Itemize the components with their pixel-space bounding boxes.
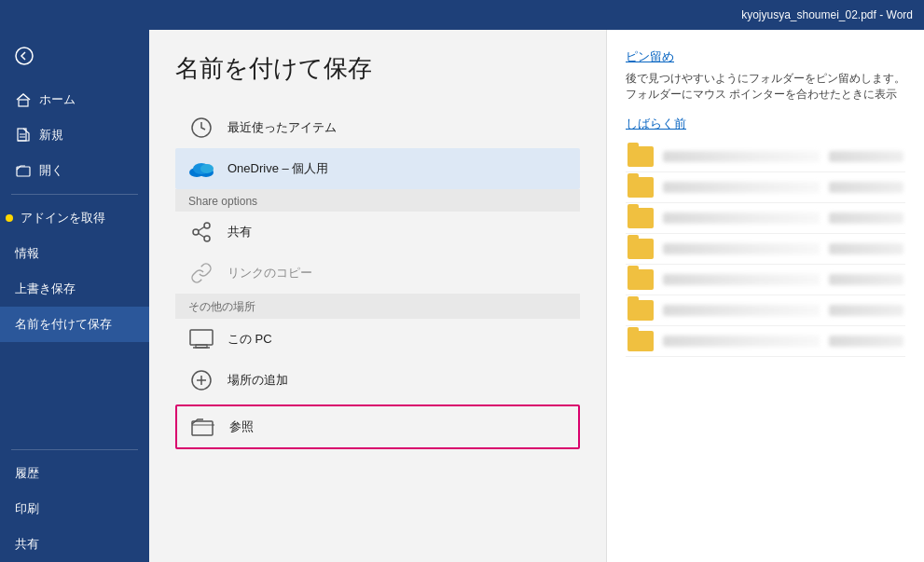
browse-icon <box>190 416 216 438</box>
folder-icon <box>627 331 654 351</box>
sidebar-item-new[interactable]: 新規 <box>0 117 149 153</box>
sidebar-item-new-label: 新規 <box>39 127 63 144</box>
share-icon <box>188 221 214 243</box>
sidebar-item-info-label: 情報 <box>15 245 39 262</box>
svg-point-11 <box>204 223 210 228</box>
folder-row[interactable] <box>626 295 905 326</box>
sidebar-divider <box>11 194 138 195</box>
folder-name <box>663 274 820 285</box>
folder-row[interactable] <box>626 172 905 203</box>
sidebar-item-save-as[interactable]: 名前を付けて保存 <box>0 307 149 342</box>
sidebar-item-home[interactable]: ホーム <box>0 82 149 117</box>
sidebar-item-overwrite[interactable]: 上書き保存 <box>0 271 149 307</box>
sidebar-item-history[interactable]: 履歴 <box>0 456 149 491</box>
svg-rect-22 <box>192 421 213 435</box>
sidebar-item-open[interactable]: 開く <box>0 153 149 188</box>
folder-date <box>829 274 903 285</box>
sidebar-nav: ホーム 新規 <box>0 82 149 342</box>
folder-row[interactable] <box>626 326 905 357</box>
location-add-label: 場所の追加 <box>228 372 288 389</box>
location-recent[interactable]: 最近使ったアイテム <box>175 107 580 148</box>
sidebar-divider-2 <box>11 449 138 450</box>
folder-date <box>829 243 903 254</box>
folder-icon <box>627 269 654 290</box>
folder-icon <box>627 146 654 167</box>
location-add[interactable]: 場所の追加 <box>175 360 580 401</box>
folder-name <box>663 212 820 224</box>
location-share-label: 共有 <box>228 224 252 240</box>
sidebar-item-print-label: 印刷 <box>15 500 39 517</box>
title-bar: kyojyusya_shoumei_02.pdf - Word <box>0 0 924 30</box>
sidebar-item-open-label: 開く <box>39 162 63 179</box>
title-bar-text: kyojyusya_shoumei_02.pdf - Word <box>741 8 913 21</box>
folder-name <box>663 151 820 162</box>
folder-name <box>663 243 820 254</box>
location-copy-link[interactable]: リンクのコピー <box>175 253 580 294</box>
section-other-locations: その他の場所 <box>175 294 580 319</box>
location-share[interactable]: 共有 <box>175 212 580 253</box>
svg-point-12 <box>193 229 199 235</box>
location-browse[interactable]: 参照 <box>175 404 580 449</box>
svg-point-10 <box>200 164 214 173</box>
pin-title[interactable]: ピン留め <box>626 48 905 65</box>
sidebar-item-overwrite-label: 上書き保存 <box>15 281 76 297</box>
folder-date <box>829 305 903 316</box>
pin-desc: 後で見つけやすいようにフォルダーをピン留めします。フォルダーにマウス ポインター… <box>626 71 905 103</box>
folder-name <box>663 182 820 193</box>
folder-row[interactable] <box>626 234 905 265</box>
sidebar-item-addin-label: アドインを取得 <box>21 210 105 226</box>
folder-icon <box>627 300 654 321</box>
app-body: ホーム 新規 <box>0 30 924 562</box>
right-panel: ピン留め 後で見つけやすいようにフォルダーをピン留めします。フォルダーにマウス … <box>606 30 924 562</box>
pc-icon <box>188 328 214 350</box>
home-icon <box>15 91 32 108</box>
back-button[interactable] <box>0 37 149 75</box>
clock-icon <box>188 117 214 139</box>
folder-icon <box>627 177 654 198</box>
location-onedrive-label: OneDrive – 個人用 <box>228 160 328 177</box>
sidebar-item-share-label: 共有 <box>15 536 39 553</box>
sidebar-item-home-label: ホーム <box>39 91 76 108</box>
location-onedrive[interactable]: OneDrive – 個人用 <box>175 148 580 189</box>
save-as-title: 名前を付けて保存 <box>175 52 580 85</box>
location-this-pc-label: この PC <box>228 331 272 348</box>
link-icon <box>188 262 214 284</box>
svg-line-15 <box>199 233 205 237</box>
location-recent-label: 最近使ったアイテム <box>228 119 337 136</box>
sidebar-item-save-as-label: 名前を付けて保存 <box>15 316 112 333</box>
main-content: 名前を付けて保存 最近使ったアイテム <box>149 30 924 562</box>
svg-rect-1 <box>19 100 28 106</box>
folder-icon <box>627 208 654 228</box>
recent-label[interactable]: しばらく前 <box>626 116 905 132</box>
svg-line-14 <box>199 226 205 230</box>
addin-dot <box>6 214 13 222</box>
folder-date <box>829 212 903 224</box>
svg-point-0 <box>16 48 33 64</box>
sidebar-item-info[interactable]: 情報 <box>0 236 149 271</box>
folder-name <box>663 336 820 347</box>
section-share-options: Share options <box>175 189 580 212</box>
folder-list <box>626 142 905 357</box>
folder-row[interactable] <box>626 265 905 295</box>
save-as-panel: 名前を付けて保存 最近使ったアイテム <box>149 30 606 562</box>
folder-icon <box>627 239 654 259</box>
location-browse-label: 参照 <box>229 418 254 435</box>
sidebar-item-print[interactable]: 印刷 <box>0 491 149 527</box>
folder-row[interactable] <box>626 203 905 234</box>
onedrive-icon <box>188 158 214 180</box>
folder-row[interactable] <box>626 142 905 172</box>
sidebar-item-history-label: 履歴 <box>15 465 39 482</box>
sidebar-item-share[interactable]: 共有 <box>0 527 149 562</box>
new-icon <box>15 127 32 144</box>
location-copy-link-label: リンクのコピー <box>228 265 312 281</box>
sidebar-item-addin[interactable]: アドインを取得 <box>0 200 149 236</box>
svg-point-13 <box>204 236 210 241</box>
folder-date <box>829 151 903 162</box>
folder-name <box>663 305 820 316</box>
sidebar-bottom: 履歴 印刷 共有 <box>0 444 149 562</box>
sidebar: ホーム 新規 <box>0 30 149 562</box>
location-this-pc[interactable]: この PC <box>175 319 580 360</box>
folder-date <box>829 182 903 193</box>
add-location-icon <box>188 369 214 391</box>
svg-rect-16 <box>190 330 213 345</box>
